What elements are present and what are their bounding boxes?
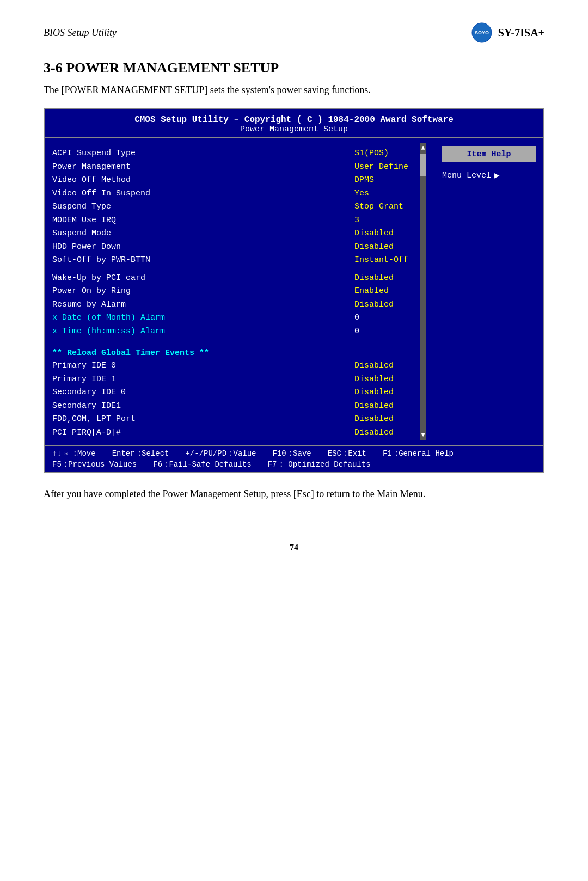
bios-sidebar: Item Help Menu Level ▶ — [434, 138, 543, 445]
bios-label-modem-irq: MODEM Use IRQ — [52, 215, 116, 227]
bios-label-fdd-com-lpt: FDD,COM, LPT Port — [52, 413, 136, 426]
svg-text:SOYO: SOYO — [475, 30, 489, 35]
page-number: 74 — [44, 535, 544, 553]
bios-value-soft-off: Instant-Off — [354, 254, 420, 267]
footer-select: Enter:Select — [112, 449, 169, 458]
bios-main-panel: ACPI Suspend Type S1(POS) Power Manageme… — [45, 138, 434, 445]
bios-value-suspend-type: Stop Grant — [354, 201, 420, 213]
bios-title-line1: CMOS Setup Utility – Copyright ( C ) 198… — [45, 115, 543, 125]
bios-value-power-ring: Enabled — [354, 285, 420, 298]
bios-label-secondary-ide0: Secondary IDE 0 — [52, 387, 126, 399]
bios-row-fdd-com-lpt: FDD,COM, LPT Port Disabled — [52, 413, 420, 426]
bios-settings-list: ACPI Suspend Type S1(POS) Power Manageme… — [52, 143, 420, 440]
bios-value-secondary-ide1: Disabled — [354, 400, 420, 413]
bios-value-hdd-power: Disabled — [354, 241, 420, 254]
bios-row-power-mgmt: Power Management User Define — [52, 161, 420, 174]
page-header: BIOS Setup Utility SOYO SY-7ISA+ — [44, 22, 544, 44]
bios-row-primary-ide1: Primary IDE 1 Disabled — [52, 374, 420, 386]
bios-label-resume-alarm: Resume by Alarm — [52, 299, 126, 311]
bios-value-primary-ide1: Disabled — [354, 374, 420, 386]
bios-value-pci-pirq: Disabled — [354, 427, 420, 439]
bios-label-date-alarm: x Date (of Month) Alarm — [52, 312, 165, 325]
bios-row-pci-pirq: PCI PIRQ[A-D]# Disabled — [52, 427, 420, 439]
bios-screen[interactable]: CMOS Setup Utility – Copyright ( C ) 198… — [44, 108, 544, 473]
footer-save: F10:Save — [273, 449, 311, 458]
bios-label-video-off-method: Video Off Method — [52, 174, 131, 187]
bios-row-time-alarm: x Time (hh:mm:ss) Alarm 0 — [52, 326, 420, 338]
bios-row-secondary-ide1: Secondary IDE1 Disabled — [52, 400, 420, 413]
bios-footer-row1: ↑↓→←:Move Enter:Select +/-/PU/PD:Value F… — [52, 449, 536, 458]
bios-row-soft-off: Soft-Off by PWR-BTTN Instant-Off — [52, 254, 420, 267]
bios-scrollbar[interactable]: ▲ ▼ — [420, 143, 426, 440]
bios-body: ACPI Suspend Type S1(POS) Power Manageme… — [45, 138, 543, 445]
bios-row-date-alarm: x Date (of Month) Alarm 0 — [52, 312, 420, 325]
bios-row-suspend-mode: Suspend Mode Disabled — [52, 228, 420, 240]
bios-label-time-alarm: x Time (hh:mm:ss) Alarm — [52, 326, 165, 338]
soyo-logo-icon: SOYO — [471, 22, 493, 44]
footer-exit: ESC:Exit — [328, 449, 366, 458]
bios-row-acpi-suspend: ACPI Suspend Type S1(POS) — [52, 148, 420, 160]
scrollbar-thumb[interactable] — [420, 154, 426, 176]
bios-value-video-off-method: DPMS — [354, 174, 420, 187]
bios-value-acpi-suspend: S1(POS) — [354, 148, 420, 160]
bios-footer-row2: F5:Previous Values F6:Fail-Safe Defaults… — [52, 460, 536, 469]
bios-value-date-alarm: 0 — [354, 312, 420, 325]
bios-value-primary-ide0: Disabled — [354, 360, 420, 372]
bios-value-suspend-mode: Disabled — [354, 228, 420, 240]
bios-row-primary-ide0: Primary IDE 0 Disabled — [52, 360, 420, 372]
bios-label-video-off-suspend: Video Off In Suspend — [52, 188, 150, 200]
after-text: After you have completed the Power Manag… — [44, 486, 544, 502]
bios-row-resume-alarm: Resume by Alarm Disabled — [52, 299, 420, 311]
bios-value-secondary-ide0: Disabled — [354, 387, 420, 399]
bios-label-hdd-power: HDD Power Down — [52, 241, 121, 254]
bios-value-video-off-suspend: Yes — [354, 188, 420, 200]
bios-reload-header: ** Reload Global Timer Events ** — [52, 348, 420, 358]
bios-label-pci-pirq: PCI PIRQ[A-D]# — [52, 427, 121, 439]
section-desc: The [POWER MANAGEMENT SETUP] sets the sy… — [44, 83, 544, 97]
bios-row-hdd-power: HDD Power Down Disabled — [52, 241, 420, 254]
sidebar-menu-level-label: Menu Level — [442, 171, 491, 180]
bios-value-resume-alarm: Disabled — [354, 299, 420, 311]
header-model: SY-7ISA+ — [498, 27, 544, 39]
footer-help: F1:General Help — [383, 449, 454, 458]
footer-optimized: F7: Optimized Defaults — [268, 460, 371, 469]
bios-title-line2: Power Management Setup — [45, 125, 543, 134]
bios-footer: ↑↓→←:Move Enter:Select +/-/PU/PD:Value F… — [45, 445, 543, 472]
bios-row-video-off-method: Video Off Method DPMS — [52, 174, 420, 187]
header-title: BIOS Setup Utility — [44, 27, 117, 39]
bios-value-wakeup-pci: Disabled — [354, 272, 420, 285]
bios-value-fdd-com-lpt: Disabled — [354, 413, 420, 426]
bios-value-modem-irq: 3 — [354, 215, 420, 227]
bios-value-time-alarm: 0 — [354, 326, 420, 338]
footer-prev-values: F5:Previous Values — [52, 460, 137, 469]
bios-label-power-ring: Power On by Ring — [52, 285, 131, 298]
bios-row-video-off-suspend: Video Off In Suspend Yes — [52, 188, 420, 200]
bios-label-soft-off: Soft-Off by PWR-BTTN — [52, 254, 150, 267]
bios-label-suspend-mode: Suspend Mode — [52, 228, 111, 240]
footer-value: +/-/PU/PD:Value — [185, 449, 256, 458]
bios-row-wakeup-pci: Wake-Up by PCI card Disabled — [52, 272, 420, 285]
bios-header: CMOS Setup Utility – Copyright ( C ) 198… — [45, 109, 543, 138]
header-right: SOYO SY-7ISA+ — [471, 22, 544, 44]
bios-label-suspend-type: Suspend Type — [52, 201, 111, 213]
bios-row-suspend-type: Suspend Type Stop Grant — [52, 201, 420, 213]
section-title: 3-6 POWER MANAGEMENT SETUP — [44, 60, 544, 76]
footer-move: ↑↓→←:Move — [52, 449, 96, 458]
bios-label-secondary-ide1: Secondary IDE1 — [52, 400, 121, 413]
bios-value-power-mgmt: User Define — [354, 161, 420, 174]
sidebar-arrow-icon: ▶ — [494, 170, 500, 181]
bios-label-power-mgmt: Power Management — [52, 161, 131, 174]
bios-label-primary-ide1: Primary IDE 1 — [52, 374, 116, 386]
sidebar-menu-level: Menu Level ▶ — [442, 170, 536, 181]
sidebar-item-help: Item Help — [442, 146, 536, 162]
bios-row-secondary-ide0: Secondary IDE 0 Disabled — [52, 387, 420, 399]
bios-label-wakeup-pci: Wake-Up by PCI card — [52, 272, 145, 285]
bios-row-power-ring: Power On by Ring Enabled — [52, 285, 420, 298]
footer-failsafe: F6:Fail-Safe Defaults — [153, 460, 251, 469]
bios-row-modem-irq: MODEM Use IRQ 3 — [52, 215, 420, 227]
bios-label-primary-ide0: Primary IDE 0 — [52, 360, 116, 372]
bios-label-acpi-suspend: ACPI Suspend Type — [52, 148, 136, 160]
